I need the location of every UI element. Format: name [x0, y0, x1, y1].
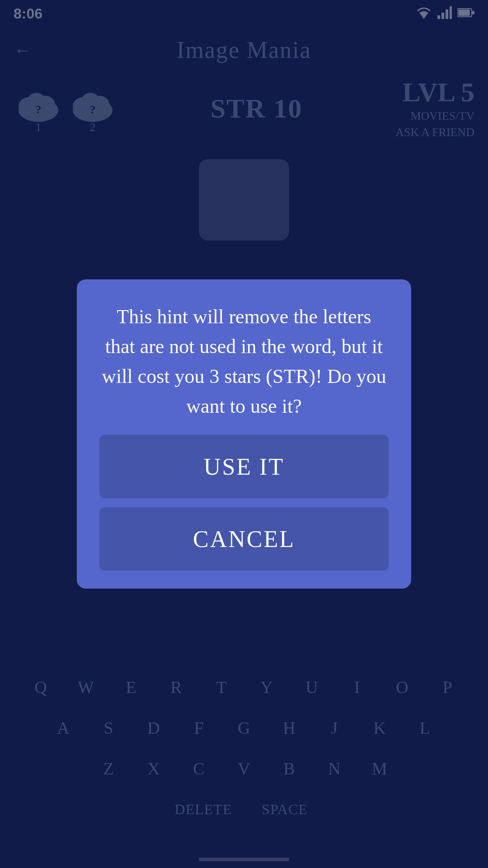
- dialog-message: This hint will remove the letters that a…: [99, 302, 389, 421]
- hint-dialog: This hint will remove the letters that a…: [77, 279, 411, 589]
- use-it-button[interactable]: USE IT: [99, 435, 389, 498]
- cancel-button[interactable]: CANCEL: [99, 507, 389, 571]
- overlay: This hint will remove the letters that a…: [0, 0, 488, 868]
- dialog-buttons: USE IT CANCEL: [99, 435, 389, 571]
